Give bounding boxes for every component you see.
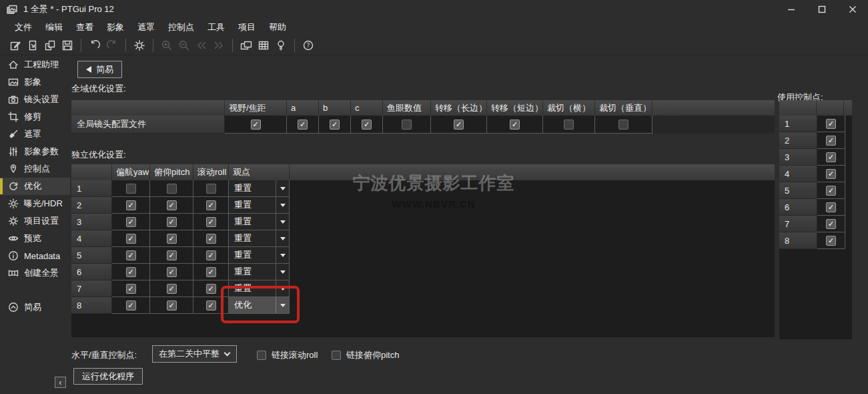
checkbox-pitch[interactable]	[167, 250, 177, 260]
use-cp-checkbox[interactable]	[826, 219, 836, 229]
checkbox-fov[interactable]	[251, 120, 261, 130]
viewpoint-dropdown[interactable]: 重置	[229, 264, 289, 280]
batch-builder-icon[interactable]	[41, 37, 59, 53]
sidebar-item-mask[interactable]: 遮罩	[0, 126, 70, 143]
checkbox-pitch[interactable]	[167, 267, 177, 277]
viewpoint-dropdown-row8[interactable]: 优化	[229, 297, 289, 313]
checkbox-roll[interactable]	[206, 184, 216, 194]
use-cp-checkbox[interactable]	[826, 136, 836, 146]
sidebar-item-lens-settings[interactable]: 镜头设置	[0, 91, 70, 108]
edit-project-icon[interactable]	[7, 37, 24, 53]
sidebar-item-crop[interactable]: 修剪	[0, 108, 70, 126]
checkbox-yaw[interactable]	[126, 234, 136, 244]
previous-icon[interactable]	[193, 37, 210, 53]
use-cp-checkbox[interactable]	[826, 152, 836, 162]
sidebar-item-control-points[interactable]: 控制点	[0, 160, 70, 178]
checkbox-pitch[interactable]	[167, 284, 177, 294]
checkbox-roll[interactable]	[206, 234, 216, 244]
save-icon[interactable]	[59, 37, 76, 53]
checkbox-b[interactable]	[330, 120, 340, 130]
menu-view[interactable]: 查看	[69, 19, 100, 35]
checkbox-roll[interactable]	[206, 284, 216, 294]
checkbox-yaw[interactable]	[126, 250, 136, 260]
menu-edit[interactable]: 编辑	[39, 19, 69, 35]
redo-icon[interactable]	[103, 37, 121, 53]
panorama-editor-icon[interactable]	[238, 37, 255, 53]
use-cp-checkbox[interactable]	[826, 169, 836, 179]
header-empty	[817, 100, 844, 116]
detail-viewer-icon[interactable]	[255, 37, 272, 53]
link-roll-checkbox[interactable]	[257, 351, 266, 360]
help-icon[interactable]: ?	[300, 37, 317, 53]
viewpoint-dropdown[interactable]: 重置	[229, 280, 289, 297]
link-pitch-checkbox-group[interactable]: 链接俯仰pitch	[332, 349, 399, 361]
link-roll-checkbox-group[interactable]: 链接滚动roll	[257, 349, 318, 361]
checkbox-shear-v[interactable]	[618, 120, 628, 130]
link-pitch-checkbox[interactable]	[332, 351, 341, 360]
checkbox-pitch[interactable]	[167, 217, 177, 227]
checkbox-pitch[interactable]	[167, 200, 177, 210]
checkbox-roll[interactable]	[206, 200, 216, 210]
viewpoint-dropdown[interactable]: 重置	[229, 180, 289, 196]
checkbox-shift-short[interactable]	[510, 120, 520, 130]
maximize-button[interactable]	[807, 0, 837, 19]
checkbox-roll[interactable]	[206, 217, 216, 227]
sidebar-item-metadata[interactable]: Metadata	[0, 247, 70, 264]
menu-help[interactable]: 帮助	[262, 19, 293, 35]
checkbox-yaw[interactable]	[126, 200, 136, 210]
checkbox-roll[interactable]	[206, 301, 216, 311]
sidebar-item-exposure-hdr[interactable]: 曝光/HDR	[0, 195, 70, 212]
checkbox-yaw[interactable]	[126, 301, 136, 311]
checkbox-yaw[interactable]	[126, 267, 136, 277]
checkbox-pitch[interactable]	[167, 301, 177, 311]
viewpoint-dropdown[interactable]: 重置	[229, 247, 289, 263]
minimize-button[interactable]	[776, 0, 807, 19]
header-b: b	[319, 100, 351, 116]
checkbox-fisheye[interactable]	[402, 120, 412, 130]
sidebar-collapse-button[interactable]: ‹	[55, 377, 66, 388]
checkbox-yaw[interactable]	[126, 184, 136, 194]
zoom-out-icon[interactable]	[175, 37, 193, 53]
checkbox-yaw[interactable]	[126, 284, 136, 294]
run-optimizer-button[interactable]: 运行优化程序	[73, 368, 143, 385]
back-to-simple-button[interactable]: 简易	[77, 61, 122, 78]
hv-control-points-dropdown[interactable]: 在第二关中平整	[152, 345, 237, 363]
menu-file[interactable]: 文件	[8, 19, 39, 35]
sidebar-item-optimizer[interactable]: 优化	[0, 178, 70, 195]
checkbox-roll[interactable]	[206, 267, 216, 277]
sidebar-item-preview[interactable]: 预览	[0, 230, 70, 247]
use-cp-checkbox[interactable]	[826, 236, 836, 246]
sidebar-item-project-assistant[interactable]: 工程助理	[0, 56, 70, 73]
settings-gear-icon[interactable]	[131, 37, 148, 53]
close-button[interactable]	[837, 0, 868, 19]
undo-icon[interactable]	[86, 37, 103, 53]
checkbox-yaw[interactable]	[126, 217, 136, 227]
next-icon[interactable]	[210, 37, 228, 53]
sidebar-item-create-panorama[interactable]: 创建全景	[0, 264, 70, 282]
import-icon[interactable]	[24, 37, 41, 53]
zoom-in-icon[interactable]	[158, 37, 175, 53]
viewpoint-dropdown[interactable]: 重置	[229, 214, 289, 230]
checkbox-shear-h[interactable]	[564, 120, 574, 130]
use-cp-checkbox[interactable]	[826, 186, 836, 196]
viewpoint-dropdown[interactable]: 重置	[229, 197, 289, 213]
checkbox-a[interactable]	[298, 120, 308, 130]
sidebar-item-project-settings[interactable]: 项目设置	[0, 212, 70, 230]
menu-tools[interactable]: 工具	[201, 19, 232, 35]
sidebar-item-image-parameters[interactable]: 影象参数	[0, 143, 70, 160]
sidebar-item-simple[interactable]: 简易	[0, 299, 70, 316]
checkbox-pitch[interactable]	[167, 234, 177, 244]
menu-project[interactable]: 项目	[232, 19, 262, 35]
checkbox-shift-long[interactable]	[454, 120, 464, 130]
menu-images[interactable]: 影象	[100, 19, 131, 35]
checkbox-pitch[interactable]	[167, 184, 177, 194]
sidebar-item-images[interactable]: 影象	[0, 73, 70, 91]
use-cp-checkbox[interactable]	[826, 202, 836, 212]
checkbox-roll[interactable]	[206, 250, 216, 260]
viewpoint-dropdown[interactable]: 重置	[229, 230, 289, 246]
use-cp-checkbox[interactable]	[826, 119, 836, 129]
menu-control-points[interactable]: 控制点	[161, 19, 201, 35]
menu-mask[interactable]: 遮罩	[131, 19, 161, 35]
control-point-assistant-icon[interactable]	[272, 37, 290, 53]
checkbox-c[interactable]	[362, 120, 372, 130]
